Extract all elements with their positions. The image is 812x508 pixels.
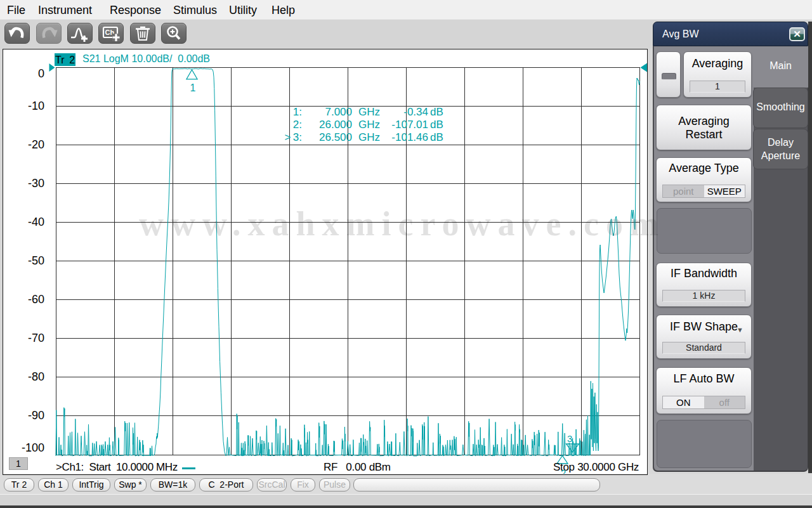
- svg-text:3: 3: [567, 433, 572, 444]
- svg-text:1: 1: [190, 82, 196, 93]
